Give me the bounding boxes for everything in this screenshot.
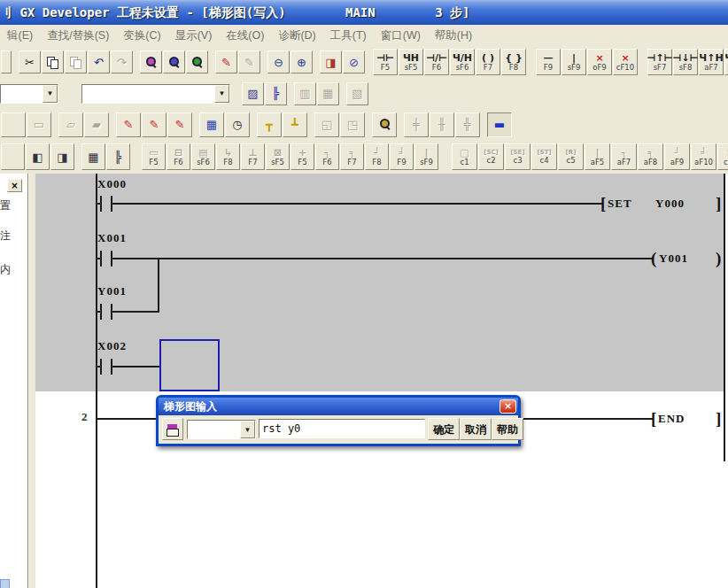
window-split-button[interactable]: ◧ <box>26 143 50 170</box>
vertical-line-button[interactable]: |sF9 <box>561 49 586 75</box>
menu-diagnostics[interactable]: 诊断(D) <box>271 26 322 46</box>
sfc-divergence-double-button: ╕aF8 <box>638 143 663 170</box>
closed-contact-button[interactable]: ⊣/⊢F6 <box>424 49 449 75</box>
program-select-combo[interactable]: ▼ <box>0 84 58 104</box>
delete-horizontal-line-button[interactable]: ×oF9 <box>587 49 612 75</box>
window-arrange-button[interactable]: ◨ <box>50 143 74 170</box>
monitor-start-button-icon <box>379 119 391 130</box>
tree-item-fragment[interactable]: 注 <box>0 228 11 244</box>
menu-tools[interactable]: 工具(T) <box>323 26 374 46</box>
zoom-window-button-icon: ◱ <box>321 119 332 130</box>
ladder-logic-test-button[interactable]: ▨ <box>242 82 264 105</box>
ladder-edit-button[interactable]: ✎ <box>215 50 237 74</box>
menu-view[interactable]: 显示(V) <box>168 26 220 46</box>
device-comment-edit-button[interactable]: ✎ <box>142 112 167 137</box>
ladder-editor-canvas[interactable]: X000 [ SET Y000 ] X001 ( Y001 ) Y001 <box>35 174 728 588</box>
sfc-end-step-button-icon: ⊥ <box>248 148 257 158</box>
insert-column-button: ╬ <box>455 112 480 137</box>
sfc-simultaneous-convergence-button: ╛F9 <box>390 143 414 170</box>
toolbar-separator <box>12 51 18 73</box>
toolbar4-partial-button[interactable] <box>1 143 25 170</box>
cancel-button[interactable]: 取消 <box>460 418 492 440</box>
statement-edit-button[interactable]: ✎ <box>167 112 192 137</box>
menu-convert[interactable]: 变换(C) <box>116 26 167 46</box>
find-instruction-button[interactable] <box>163 50 185 74</box>
monitor-write-button[interactable]: ◨ <box>320 50 342 74</box>
copy-button[interactable] <box>42 50 64 74</box>
instruction-input[interactable]: rst y0 <box>259 419 425 438</box>
rising-pulse-button[interactable]: ⊣↑⊢sF7 <box>647 49 672 75</box>
project-data-list-button[interactable]: ╠ <box>265 82 287 105</box>
instruction-history-combo[interactable]: ▼ <box>187 420 256 439</box>
find-contact-coil-button[interactable] <box>186 50 208 74</box>
grid-display-button-icon: ▦ <box>88 151 98 163</box>
edit-cursor-cell[interactable] <box>159 339 220 391</box>
ladder-display-button[interactable]: ▬ <box>487 112 512 137</box>
instruction-history-dropdown-button[interactable]: ▼ <box>240 421 255 438</box>
sfc-selection-convergence-button: ┘F8 <box>365 143 389 170</box>
monitor-mode-button[interactable]: ◷ <box>225 112 250 137</box>
zoom-out-button-icon: ⊖ <box>274 57 283 68</box>
find-instruction-button-icon <box>168 57 180 68</box>
program-select-dropdown-button[interactable]: ▼ <box>43 85 58 103</box>
cut-button[interactable]: ✂ <box>19 50 41 74</box>
ok-button[interactable]: 确定 <box>428 418 460 440</box>
parallel-falling-pulse-button[interactable]: Ч↓НaF8 <box>724 49 728 75</box>
write-mode-button[interactable]: ✎ <box>116 112 141 137</box>
parallel-closed-contact-button[interactable]: Ч/НsF6 <box>450 49 475 75</box>
sfc-simultaneous-convergence-button-label: F9 <box>397 159 406 166</box>
coil-close-paren: ) <box>716 250 721 267</box>
device-test-on-button[interactable]: ┳ <box>257 112 282 137</box>
copy-button-icon <box>47 57 58 68</box>
sfc-transition-button: +F5 <box>290 143 314 170</box>
parallel-open-contact-button[interactable]: ЧНsF5 <box>399 49 423 75</box>
symbol-select-button[interactable] <box>162 418 183 440</box>
coil-button[interactable]: ( )F7 <box>476 49 500 75</box>
menu-window[interactable]: 窗口(W) <box>374 26 428 46</box>
sfc-block-button: ⊠sF5 <box>266 143 290 170</box>
monitor-stop-button[interactable]: ⊘ <box>343 50 365 74</box>
open-contact-button[interactable]: ⊣⊢F5 <box>373 49 398 75</box>
tree-item-fragment[interactable]: 置 <box>0 198 11 213</box>
rung2-line <box>112 258 653 259</box>
sfc-divergence-double-button-icon: ╕ <box>647 148 654 158</box>
toolbar-separator <box>133 51 139 73</box>
find-device-button[interactable] <box>140 50 162 74</box>
zoom-out-button[interactable]: ⊖ <box>267 50 290 74</box>
falling-pulse-button[interactable]: ⊣↓⊢sF8 <box>673 49 698 75</box>
sfc-divergence-line-button-label: aF7 <box>617 159 631 166</box>
toolbar3-partial-button[interactable] <box>1 112 26 137</box>
note-display-button: ▰ <box>84 112 109 137</box>
panel-close-button[interactable]: × <box>7 179 22 192</box>
menu-online[interactable]: 在线(O) <box>219 26 271 46</box>
device-select-dropdown-button[interactable]: ▼ <box>214 85 229 103</box>
parallel-rising-pulse-button[interactable]: Ч↑НaF7 <box>699 49 724 75</box>
menu-help[interactable]: 帮助(H) <box>428 26 479 46</box>
grid-display-button[interactable]: ▦ <box>81 143 105 170</box>
print-button-partial[interactable] <box>1 50 12 74</box>
delete-vertical-line-button[interactable]: ×cF10 <box>613 49 638 75</box>
zoom-in-button[interactable]: ⊕ <box>290 50 313 74</box>
device-test-off-button[interactable]: ┻ <box>283 112 307 137</box>
sfc-block-button-label: sF5 <box>271 159 284 166</box>
sfc-vertical-line-button-label: sF9 <box>420 159 433 166</box>
device-memory-edit-button[interactable]: ▦ <box>199 112 224 137</box>
monitor-start-button[interactable] <box>372 112 397 137</box>
sfc-rule-se-button-label: c3 <box>513 157 522 165</box>
device-select-combo[interactable]: ▼ <box>81 84 230 104</box>
menu-edit-partial[interactable]: 辑(E) <box>0 26 40 46</box>
menu-find-replace[interactable]: 查找/替换(S) <box>40 26 116 46</box>
tree-item-fragment[interactable]: 内 <box>0 262 11 277</box>
project-tree-button[interactable]: ╠ <box>106 143 130 170</box>
sfc-rule-se-button: [SE]c3 <box>505 143 531 170</box>
application-instruction-button[interactable]: { }F8 <box>501 49 526 75</box>
set-close-bracket: ] <box>716 195 721 212</box>
dialog-close-button[interactable]: × <box>500 399 516 414</box>
mode-tool-group: ▭▱▰✎✎✎▦◷┳┻◱◳╪╫╬▬ <box>0 112 512 137</box>
undo-button[interactable]: ↶ <box>88 50 110 74</box>
scrollbar-fragment[interactable] <box>0 579 10 588</box>
help-button[interactable]: 帮助 <box>492 418 523 440</box>
ladder-edit-button-icon: ✎ <box>221 57 231 68</box>
find-device-button-icon <box>145 57 157 68</box>
horizontal-line-button[interactable]: —F9 <box>536 49 561 75</box>
